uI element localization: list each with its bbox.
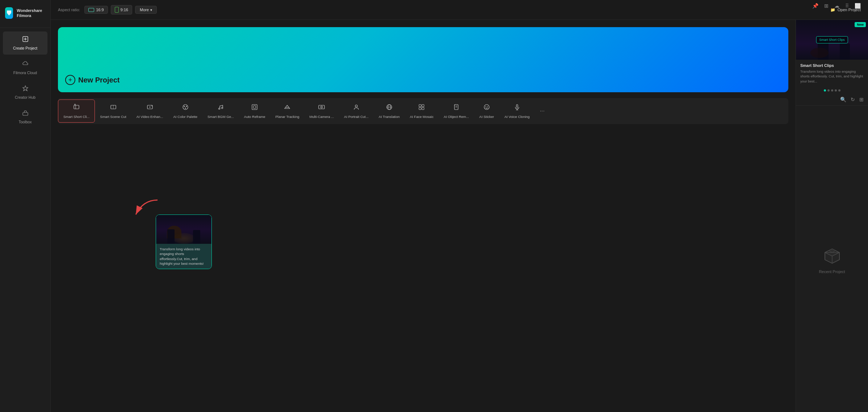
ai-tool-ai-object-rem[interactable]: AI Object Rem... bbox=[439, 100, 474, 122]
tooltip-thumbnail bbox=[156, 215, 211, 244]
maximize-icon[interactable]: ⬜ bbox=[855, 3, 861, 9]
svg-marker-0 bbox=[7, 10, 11, 16]
more-button[interactable]: More ▾ bbox=[135, 6, 157, 14]
recent-projects-section: Recent Project bbox=[796, 106, 868, 412]
svg-rect-20 bbox=[253, 106, 256, 109]
ai-tool-ai-video-enhance[interactable]: AI Video Enhan... bbox=[131, 100, 168, 122]
sidebar-item-create-project[interactable]: Create Project bbox=[3, 31, 47, 55]
tooltip-description: Transform long videos into engaging shor… bbox=[156, 244, 211, 269]
planar-tracking-icon bbox=[284, 103, 291, 112]
ai-tool-multi-camera[interactable]: Multi-Camera ... bbox=[305, 100, 339, 122]
ai-tool-auto-reframe[interactable]: Auto Reframe bbox=[239, 100, 271, 122]
aspect-ratio-16-9-button[interactable]: 16:9 bbox=[84, 6, 108, 14]
carousel-dot-3[interactable] bbox=[831, 89, 833, 92]
carousel-dot-4[interactable] bbox=[835, 89, 837, 92]
svg-point-40 bbox=[487, 106, 488, 107]
carousel-dots bbox=[796, 87, 868, 94]
refresh-icon[interactable]: ↻ bbox=[851, 97, 855, 102]
ellipsis-icon: ··· bbox=[540, 108, 545, 114]
ai-tool-label-acp: AI Color Palette bbox=[173, 115, 197, 119]
logo-icon bbox=[5, 7, 13, 19]
topbar: Aspect ratio: 16:9 9:16 More ▾ 📁 Open Pr… bbox=[51, 0, 868, 20]
ai-tool-ai-voice-cloning[interactable]: AI Voice Cloning bbox=[499, 100, 535, 122]
ai-tool-ai-translation[interactable]: AI Translation bbox=[374, 100, 405, 122]
ai-portrait-cut-icon bbox=[353, 103, 360, 112]
new-badge: New bbox=[855, 22, 866, 27]
ai-tool-label-apc: AI Portrait Cut... bbox=[344, 115, 369, 119]
ai-tool-smart-bgm-gen[interactable]: Smart BGM Ge... bbox=[202, 100, 239, 122]
ai-tool-ai-face-mosaic[interactable]: AI Face Mosaic bbox=[405, 100, 439, 122]
ai-tool-smart-short-clips[interactable]: Smart Short Cli... bbox=[58, 99, 95, 123]
sidebar-item-creator-hub[interactable]: Creator Hub bbox=[3, 81, 47, 104]
ai-tools-row: Smart Short Cli... Smart Scene Cut bbox=[58, 98, 788, 124]
svg-rect-31 bbox=[422, 105, 424, 107]
ai-object-rem-icon bbox=[453, 103, 460, 112]
ai-tool-planar-tracking[interactable]: Planar Tracking bbox=[270, 100, 304, 122]
ai-tool-smart-scene-cut[interactable]: Smart Scene Cut bbox=[95, 100, 131, 122]
svg-marker-4 bbox=[23, 86, 28, 91]
create-project-icon bbox=[22, 36, 29, 44]
carousel-dot-5[interactable] bbox=[838, 89, 840, 92]
ai-tool-label-at: AI Translation bbox=[379, 115, 400, 119]
svg-point-8 bbox=[75, 104, 76, 105]
ai-tool-label-afm: AI Face Mosaic bbox=[410, 115, 433, 119]
svg-marker-21 bbox=[285, 105, 290, 109]
svg-point-15 bbox=[186, 106, 187, 107]
new-project-button[interactable]: + New Project bbox=[65, 75, 119, 85]
ai-tool-label-as: AI Sticker bbox=[479, 115, 494, 119]
recent-projects-icon bbox=[821, 243, 843, 265]
new-project-banner[interactable]: + New Project bbox=[58, 27, 788, 92]
ai-tool-label-ssc: Smart Short Cli... bbox=[63, 115, 89, 119]
aspect-ratio-label: Aspect ratio: bbox=[58, 8, 80, 12]
ai-color-palette-icon bbox=[182, 103, 189, 112]
smart-scene-cut-icon bbox=[110, 103, 117, 112]
more-tools-button[interactable]: ··· bbox=[535, 104, 550, 118]
ai-voice-cloning-icon bbox=[513, 103, 521, 112]
feature-card-info: Smart Short Clips Transform long videos … bbox=[796, 60, 868, 87]
svg-rect-6 bbox=[74, 105, 79, 109]
ai-tool-label-ssc2: Smart Scene Cut bbox=[100, 115, 126, 119]
aspect-ratio-9-16-button[interactable]: 9:16 bbox=[111, 5, 132, 14]
carousel-dot-1[interactable] bbox=[824, 89, 826, 92]
new-project-label: New Project bbox=[78, 76, 119, 84]
main-content: Aspect ratio: 16:9 9:16 More ▾ 📁 Open Pr… bbox=[51, 0, 868, 412]
sidebar-item-label-hub: Creator Hub bbox=[15, 95, 35, 99]
content-area: + New Project Smart Short Cli... bbox=[51, 20, 868, 412]
svg-point-26 bbox=[355, 105, 357, 107]
feature-card-title: Smart Short Clips bbox=[800, 63, 864, 68]
grid-view-icon[interactable]: ⊞ bbox=[859, 97, 864, 102]
grid-icon[interactable]: ⊞ bbox=[824, 3, 829, 9]
ai-tool-label-pt: Planar Tracking bbox=[275, 115, 299, 119]
smart-short-clips-icon bbox=[73, 103, 80, 112]
ai-tool-ai-sticker[interactable]: AI Sticker bbox=[474, 100, 499, 122]
feature-card-thumbnail: New Smart Short Clips bbox=[796, 20, 868, 60]
cloud-upload-icon[interactable]: ☁ bbox=[834, 3, 839, 9]
feature-card[interactable]: New Smart Short Clips Smart Short Clips … bbox=[796, 20, 868, 94]
svg-point-18 bbox=[222, 107, 223, 109]
carousel-dot-2[interactable] bbox=[827, 89, 830, 92]
right-panel: New Smart Short Clips Smart Short Clips … bbox=[796, 20, 868, 412]
left-panel: + New Project Smart Short Cli... bbox=[51, 20, 796, 412]
sidebar-item-toolbox[interactable]: Toolbox bbox=[3, 105, 47, 128]
panel-actions: 🔍 ↻ ⊞ bbox=[796, 94, 868, 106]
svg-point-38 bbox=[484, 105, 489, 110]
ai-face-mosaic-icon bbox=[418, 103, 425, 112]
pin-icon[interactable]: 📌 bbox=[812, 3, 818, 9]
app-name: Wondershare Filmora bbox=[17, 8, 45, 18]
feature-card-description: Transform long videos into engaging shor… bbox=[800, 69, 864, 84]
svg-rect-33 bbox=[422, 107, 424, 110]
creator-hub-icon bbox=[22, 85, 29, 93]
toolbox-icon bbox=[22, 110, 29, 118]
svg-point-14 bbox=[184, 106, 185, 107]
svg-rect-41 bbox=[516, 105, 518, 107]
sidebar: Wondershare Filmora Create Project Filmo… bbox=[0, 0, 51, 412]
search-icon[interactable]: 🔍 bbox=[840, 97, 846, 102]
chevron-down-icon: ▾ bbox=[150, 8, 152, 12]
feature-badge: Smart Short Clips bbox=[816, 36, 848, 43]
ai-tool-ai-portrait-cut[interactable]: AI Portrait Cut... bbox=[339, 100, 374, 122]
tooltip-thumb-image bbox=[156, 215, 211, 244]
sidebar-item-filmora-cloud[interactable]: Filmora Cloud bbox=[3, 56, 47, 79]
sidebar-item-label-create: Create Project bbox=[13, 46, 37, 50]
ai-tool-ai-color-palette[interactable]: AI Color Palette bbox=[168, 100, 202, 122]
app-grid-icon[interactable]: ⠿ bbox=[845, 3, 849, 9]
